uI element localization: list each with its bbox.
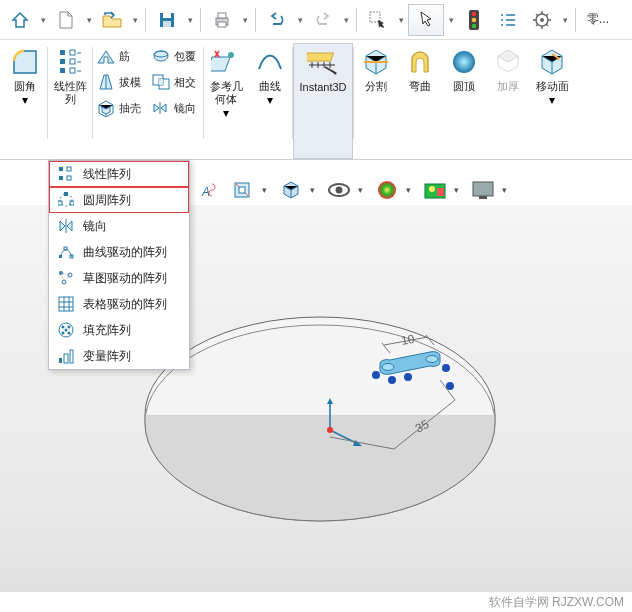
svg-rect-45 [67, 167, 71, 171]
home-button[interactable] [4, 4, 36, 36]
hide-dropdown[interactable]: ▾ [358, 185, 368, 195]
undo-dropdown[interactable]: ▾ [295, 15, 305, 25]
settings-button[interactable] [526, 4, 558, 36]
save-button[interactable] [151, 4, 183, 36]
appearance-dropdown[interactable]: ▾ [406, 185, 416, 195]
list-button[interactable] [492, 4, 524, 36]
separator [356, 8, 357, 32]
curve-pattern-icon [57, 243, 75, 261]
traffic-light-icon[interactable] [458, 4, 490, 36]
save-dropdown[interactable]: ▾ [185, 15, 195, 25]
mirror-button[interactable]: 镜向 [148, 95, 199, 121]
home-dropdown[interactable]: ▾ [38, 15, 48, 25]
svg-point-62 [68, 332, 71, 335]
menu-linear-pattern[interactable]: 线性阵列 [49, 161, 189, 187]
svg-point-72 [378, 181, 396, 199]
menu-fill-pattern[interactable]: 填充阵列 [49, 317, 189, 343]
open-dropdown[interactable]: ▾ [130, 15, 140, 25]
menu-item-label: 线性阵列 [83, 166, 131, 183]
wrap-button[interactable]: 包覆 [148, 43, 199, 69]
rib-label: 筋 [119, 49, 130, 64]
text-style-icon[interactable]: A [198, 177, 224, 203]
curve-button[interactable]: 曲线 ▾ [248, 43, 292, 159]
curve-dropdown[interactable]: ▾ [267, 93, 273, 107]
fillet-dropdown[interactable]: ▾ [22, 93, 28, 107]
svg-rect-69 [239, 187, 245, 193]
shell-button[interactable]: 抽壳 [93, 95, 144, 121]
new-button[interactable] [50, 4, 82, 36]
dome-icon [448, 46, 480, 78]
moveface-icon [536, 46, 568, 78]
new-dropdown[interactable]: ▾ [84, 15, 94, 25]
rib-button[interactable]: 筋 [93, 43, 144, 69]
separator [200, 8, 201, 32]
menu-circular-pattern[interactable]: 圆周阵列 [49, 187, 189, 213]
fillet-button[interactable]: 圆角 ▾ [3, 43, 47, 159]
linear-pattern-icon [54, 46, 86, 78]
svg-line-26 [546, 14, 548, 16]
undo-button[interactable] [261, 4, 293, 36]
svg-point-60 [68, 326, 71, 329]
separator [575, 8, 576, 32]
svg-point-10 [472, 17, 477, 22]
cursor-tool-button[interactable] [408, 4, 444, 36]
features-ribbon: 圆角 ▾ 线性阵 列 ▾ 筋 拔模 抽壳 包覆 相交 镜向 参考几 何体 ▾ 曲… [0, 40, 632, 160]
print-button[interactable] [206, 4, 238, 36]
intersect-button[interactable]: 相交 [148, 69, 199, 95]
draft-button[interactable]: 拔模 [93, 69, 144, 95]
credit-text: 软件自学网 RJZXW.COM [489, 594, 624, 611]
section-view-icon[interactable] [230, 177, 256, 203]
scene-dropdown[interactable]: ▾ [454, 185, 464, 195]
refgeom-dropdown[interactable]: ▾ [223, 106, 229, 120]
redo-button[interactable] [307, 4, 339, 36]
part-combo[interactable]: 零... [581, 4, 615, 36]
menu-table-driven-pattern[interactable]: 表格驱动的阵列 [49, 291, 189, 317]
thicken-button[interactable]: 加厚 [486, 43, 530, 159]
viewport-dropdown[interactable]: ▾ [502, 185, 512, 195]
svg-point-84 [426, 356, 438, 363]
redo-dropdown[interactable]: ▾ [341, 15, 351, 25]
menu-sketch-driven-pattern[interactable]: 草图驱动的阵列 [49, 265, 189, 291]
appearance-icon[interactable] [374, 177, 400, 203]
moveface-dropdown[interactable]: ▾ [549, 93, 555, 107]
menu-mirror[interactable]: 镜向 [49, 213, 189, 239]
viewport-icon[interactable] [470, 177, 496, 203]
print-dropdown[interactable]: ▾ [240, 15, 250, 25]
scene-icon[interactable] [422, 177, 448, 203]
dim-short-text: 10 [400, 332, 416, 348]
bend-button[interactable]: 弯曲 [398, 43, 442, 159]
cursor-dropdown[interactable]: ▾ [446, 15, 456, 25]
split-button[interactable]: 分割 [354, 43, 398, 159]
menu-item-label: 曲线驱动的阵列 [83, 244, 167, 261]
display-dropdown[interactable]: ▾ [310, 185, 320, 195]
section-dropdown[interactable]: ▾ [262, 185, 272, 195]
display-style-icon[interactable] [278, 177, 304, 203]
svg-line-27 [536, 24, 538, 26]
open-button[interactable] [96, 4, 128, 36]
curve-label: 曲线 [259, 80, 281, 93]
instant3d-button[interactable]: Instant3D [293, 43, 353, 159]
select-dropdown[interactable]: ▾ [396, 15, 406, 25]
svg-rect-75 [437, 188, 444, 196]
svg-rect-66 [70, 350, 73, 363]
svg-point-19 [540, 18, 544, 22]
mirror-icon [57, 217, 75, 235]
linear-pattern-button[interactable]: 线性阵 列 ▾ [48, 43, 92, 159]
refgeom-button[interactable]: 参考几 何体 ▾ [204, 43, 248, 159]
svg-rect-28 [60, 50, 65, 55]
moveface-label: 移动面 [536, 80, 569, 93]
svg-rect-30 [60, 68, 65, 73]
curve-icon [254, 46, 286, 78]
menu-variable-pattern[interactable]: 变量阵列 [49, 343, 189, 369]
dome-button[interactable]: 圆顶 [442, 43, 486, 159]
svg-point-83 [382, 364, 394, 371]
thicken-icon [492, 46, 524, 78]
bend-icon [404, 46, 436, 78]
menu-curve-driven-pattern[interactable]: 曲线驱动的阵列 [49, 239, 189, 265]
select-over-button[interactable] [362, 4, 394, 36]
moveface-button[interactable]: 移动面 ▾ [530, 43, 574, 159]
intersect-icon [151, 72, 171, 92]
svg-rect-38 [159, 79, 163, 85]
settings-dropdown[interactable]: ▾ [560, 15, 570, 25]
hide-show-icon[interactable] [326, 177, 352, 203]
